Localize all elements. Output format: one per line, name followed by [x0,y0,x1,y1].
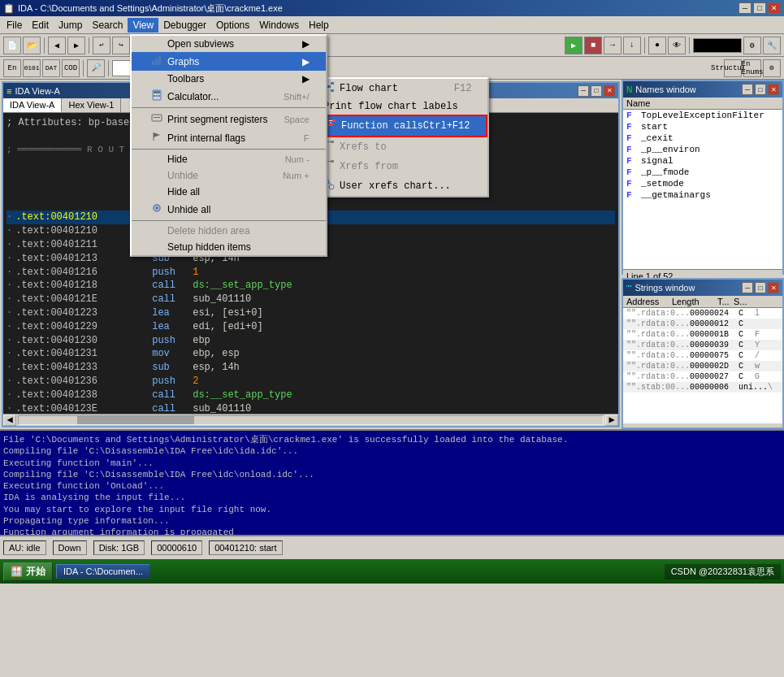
tb2-struct[interactable]: Structures [724,59,742,77]
redo-button[interactable]: ↪ [112,37,130,54]
scroll-thumb[interactable] [77,416,194,424]
undo-button[interactable]: ↩ [93,37,110,54]
submenu-xrefs-to[interactable]: Xrefs to [304,137,487,157]
ida-panel-close[interactable]: ✕ [604,85,615,97]
step-into[interactable]: ↓ [623,37,641,54]
menu-print-internal-flags[interactable]: Print internal flags F [132,128,326,147]
names-close[interactable]: ✕ [768,84,779,95]
open-button[interactable]: 📂 [23,37,41,54]
open-subviews-label: Open subviews [167,38,234,50]
menu-unhide-all[interactable]: Unhide all [132,200,326,219]
names-item-p-environ[interactable]: F _p__environ [623,144,782,155]
names-title-left: N Names window [626,85,696,94]
menu-edit[interactable]: Edit [27,18,54,33]
tb2-extra[interactable]: ⚙ [763,59,781,77]
submenu-print-flow-labels[interactable]: ✓ Print flow chart labels [304,98,487,115]
strings-col-addr: Address [626,297,672,306]
toolbar-sep-5 [644,37,645,54]
menu-jump[interactable]: Jump [54,18,87,33]
names-max[interactable]: □ [755,84,766,95]
strings-col-type: T... [717,297,734,306]
strings-row-8[interactable]: "".stab:00... 00000006 uni... \ [623,382,782,393]
names-item-start[interactable]: F start [623,121,782,132]
new-button[interactable]: 📄 [3,37,21,54]
tab-ida-view[interactable]: IDA View-A [3,98,62,112]
ida-panel-min[interactable]: ─ [578,85,589,97]
submenu-user-xrefs[interactable]: User xrefs chart... [304,176,487,196]
step-button[interactable]: → [604,37,622,54]
menu-graphs[interactable]: Graphs ▶ [132,52,326,71]
run-button[interactable]: ▶ [565,37,583,54]
names-item-setmode[interactable]: F _setmode [623,178,782,189]
menu-unhide[interactable]: Unhide Num + [132,167,326,184]
menu-calculator[interactable]: Calculator... Shift+/ [132,87,326,106]
strings-row-5[interactable]: "".rdata:0... 00000075 C / [623,350,782,361]
tb2-btn4[interactable]: COD [62,59,80,77]
menu-help[interactable]: Help [304,18,334,33]
print-seg-label: Print segment registers [167,114,267,125]
submenu-xrefs-from[interactable]: Xrefs from [304,157,487,176]
strings-row-6[interactable]: "".rdata:0... 0000002D C w [623,361,782,371]
scroll-left[interactable]: ◀ [3,414,16,426]
menu-windows[interactable]: Windows [254,18,304,33]
tb2-btn5[interactable]: 🔎 [87,59,105,77]
start-icon: 🪟 [11,566,23,577]
menu-view[interactable]: View [128,18,158,33]
minimize-button[interactable]: ─ [739,2,752,14]
stop-button[interactable]: ■ [584,37,602,54]
svg-rect-0 [152,61,154,65]
taskbar-ida[interactable]: IDA - C:\Documen... [56,564,150,579]
names-item-getmainargs[interactable]: F __getmainargs [623,189,782,201]
tb2-btn1[interactable]: En [3,59,21,77]
ida-hscroll[interactable]: ◀ ▶ [3,414,618,426]
scroll-right[interactable]: ▶ [605,414,618,426]
strings-min[interactable]: ─ [742,282,753,293]
close-button[interactable]: ✕ [768,2,781,14]
menu-search[interactable]: Search [87,18,128,33]
names-list[interactable]: F TopLevelExceptionFilter F start F _cex… [623,110,782,269]
svg-rect-26 [331,141,334,143]
extra-btn-1[interactable]: ⚙ [743,37,761,54]
tb2-btn3[interactable]: DAT [42,59,60,77]
menu-debugger[interactable]: Debugger [158,18,211,33]
tb2-enum[interactable]: En Enums [743,59,761,77]
menu-open-subviews[interactable]: Open subviews ▶ [132,36,326,52]
strings-row-7[interactable]: "".rdata:0... 00000027 C G [623,371,782,382]
strings-row-1[interactable]: "".rdata:0... 00000024 C l [623,308,782,319]
menu-print-seg-regs[interactable]: Print segment registers Space [132,110,326,128]
names-item-signal[interactable]: F signal [623,155,782,167]
scroll-track[interactable] [18,415,604,425]
extra-btn-2[interactable]: 🔧 [763,37,781,54]
forward-button[interactable]: ▶ [67,37,85,54]
menu-hide[interactable]: Hide Num - [132,151,326,167]
strings-row-2[interactable]: "".rdata:0... 00000012 C [623,319,782,329]
back-button[interactable]: ◀ [48,37,66,54]
strings-list[interactable]: "".rdata:0... 00000024 C l "".rdata:0...… [623,308,782,423]
ida-panel-max[interactable]: □ [591,85,602,97]
menu-options[interactable]: Options [211,18,254,33]
maximize-button[interactable]: □ [753,2,766,14]
strings-close[interactable]: ✕ [768,282,779,293]
menu-setup-hidden[interactable]: Setup hidden items [132,239,326,255]
names-item-toplevel[interactable]: F TopLevelExceptionFilter [623,110,782,121]
watch-button[interactable]: 👁 [668,37,686,54]
names-item-cexit[interactable]: F _cexit [623,132,782,144]
strings-row-3[interactable]: "".rdata:0... 0000001B C F [623,329,782,340]
output-panel: File 'C:\Documents and Settings\Administ… [0,429,784,535]
print-flags-icon [151,131,167,145]
bp-button[interactable]: ● [648,37,666,54]
names-min[interactable]: ─ [742,84,753,95]
start-button[interactable]: 🪟 开始 [3,562,53,581]
tab-hex-view[interactable]: Hex View-1 [62,98,121,112]
names-item-p-fmode[interactable]: F _p__fmode [623,167,782,178]
menu-hide-all[interactable]: Hide all [132,184,326,200]
strings-max[interactable]: □ [755,282,766,293]
strings-row-4[interactable]: "".rdata:0... 00000039 C Y [623,340,782,350]
menu-delete-hidden[interactable]: Delete hidden area [132,223,326,239]
menu-file[interactable]: File [2,18,27,33]
tb2-btn2[interactable]: 0101 [23,59,41,77]
menu-toolbars[interactable]: Toolbars ▶ [132,71,326,87]
toolbar-1: 📄 📂 ◀ ▶ ↩ ↪ HEX ASM DAT COD En ▶ ■ → ↓ ●… [0,34,784,57]
submenu-function-calls[interactable]: Function calls Ctrl+F12 [304,115,487,137]
submenu-flow-chart[interactable]: Flow chart F12 [304,79,487,98]
